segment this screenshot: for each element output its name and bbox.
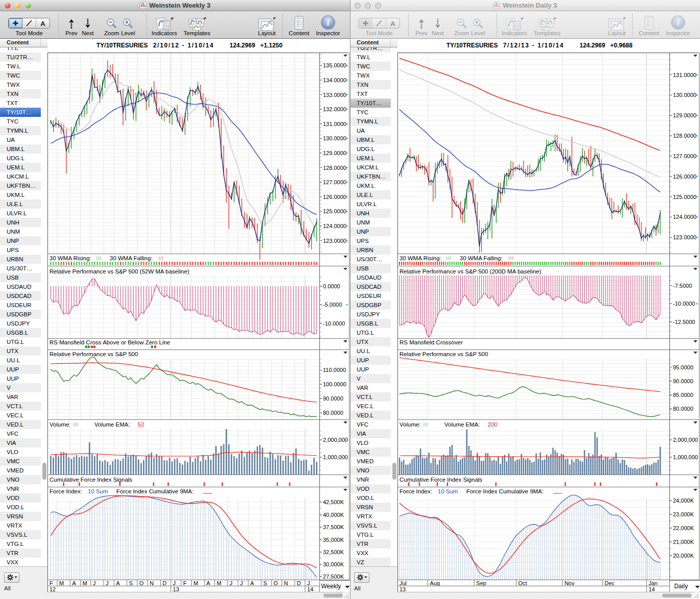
svg-text:F: F [49, 580, 53, 586]
svg-text:21,000K: 21,000K [673, 539, 694, 545]
svg-text:133.0000: 133.0000 [323, 92, 346, 98]
svg-text:RS Mansfield Cross Above or Be: RS Mansfield Cross Above or Below Zero L… [49, 339, 170, 345]
svg-text:128.0000: 128.0000 [673, 133, 696, 139]
svg-text:2,000,000: 2,000,000 [323, 437, 348, 443]
svg-text:N: N [284, 580, 288, 586]
svg-text:Relative Performance vs S&P 50: Relative Performance vs S&P 500 [399, 351, 488, 357]
svg-text:Relative Performance vs S&P 50: Relative Performance vs S&P 500 (200D MA… [399, 268, 541, 274]
svg-text:S: S [263, 580, 267, 586]
svg-text:134.0000: 134.0000 [323, 77, 346, 83]
svg-text:Volume:: Volume: [399, 421, 421, 428]
svg-text:14: 14 [648, 586, 655, 592]
svg-text:37,500K: 37,500K [323, 524, 344, 530]
svg-text:-10.0000: -10.0000 [673, 301, 695, 307]
svg-text:27,500K: 27,500K [323, 573, 344, 580]
svg-text:10 Sum: 10 Sum [438, 488, 458, 494]
svg-text:22,000K: 22,000K [673, 525, 694, 531]
svg-text:-5.0000: -5.0000 [323, 302, 342, 308]
svg-text:125.0000: 125.0000 [323, 208, 346, 214]
svg-text:M: M [217, 580, 221, 586]
svg-text:128.0000: 128.0000 [323, 165, 346, 171]
svg-text:20,000K: 20,000K [673, 553, 694, 559]
svg-text:130.0000: 130.0000 [323, 135, 346, 141]
svg-text:125.0000: 125.0000 [673, 194, 696, 200]
svg-text:130.0000: 130.0000 [673, 92, 696, 98]
svg-text:A: A [72, 580, 76, 586]
svg-text:Relative Performance vs S&P 50: Relative Performance vs S&P 500 [49, 351, 138, 357]
svg-text:D: D [297, 580, 301, 586]
svg-text:80.0000: 80.0000 [673, 406, 693, 412]
svg-text:30 WMA Falling:: 30 WMA Falling: [460, 255, 503, 261]
svg-text:200: 200 [488, 421, 497, 428]
svg-text:100.0000: 100.0000 [323, 381, 346, 387]
svg-text:32,500K: 32,500K [323, 549, 344, 555]
svg-text:Force Index Cumulative 9MA:: Force Index Cumulative 9MA: [116, 488, 193, 494]
svg-text:J: J [173, 580, 176, 586]
svg-text:Jul: Jul [399, 580, 407, 586]
svg-text:Weekly: Weekly [321, 583, 341, 590]
svg-text:A: A [390, 20, 395, 28]
svg-text:J: J [307, 580, 310, 586]
svg-text:10 Sum: 10 Sum [88, 488, 108, 494]
svg-text:A: A [116, 580, 120, 586]
svg-text:D: D [163, 580, 167, 586]
svg-text:M: M [59, 580, 64, 586]
svg-text:Sep: Sep [476, 580, 486, 586]
svg-text:J: J [230, 580, 233, 586]
svg-text:N: N [149, 580, 154, 586]
svg-text:12: 12 [49, 586, 56, 592]
svg-text:M: M [83, 580, 87, 586]
svg-text:23,000K: 23,000K [673, 511, 694, 517]
svg-text:Dec: Dec [605, 580, 615, 586]
svg-text:132.0000: 132.0000 [323, 106, 346, 112]
svg-text:123.0000: 123.0000 [673, 234, 696, 240]
svg-text:-12.5000: -12.5000 [673, 319, 695, 325]
svg-text:2,000,000: 2,000,000 [673, 437, 698, 443]
svg-text:131.0000: 131.0000 [673, 72, 696, 78]
svg-text:131.0000: 131.0000 [323, 121, 346, 127]
svg-text:80.0000: 80.0000 [323, 410, 343, 416]
svg-text:RS Mansfield Crossover: RS Mansfield Crossover [399, 339, 463, 345]
svg-text:13: 13 [399, 586, 406, 592]
svg-text:1,000,000: 1,000,000 [323, 454, 348, 460]
svg-text:i: i [677, 18, 680, 28]
svg-text:30,000K: 30,000K [323, 561, 344, 567]
svg-text:124.0000: 124.0000 [673, 214, 696, 220]
svg-text:Cumulative Force Index Signals: Cumulative Force Index Signals [49, 477, 133, 483]
svg-text:123.0000: 123.0000 [323, 238, 346, 244]
svg-text:52: 52 [138, 421, 144, 428]
svg-text:Nov: Nov [564, 580, 574, 586]
svg-text:Volume:: Volume: [49, 421, 71, 428]
svg-text:A: A [207, 580, 211, 586]
svg-text:110.0000: 110.0000 [323, 367, 346, 373]
svg-text:S: S [129, 580, 133, 586]
svg-text:i: i [327, 18, 330, 28]
svg-text:1,000,000: 1,000,000 [673, 454, 698, 460]
svg-text:-10.0000: -10.0000 [323, 320, 345, 327]
svg-text:-7.5000: -7.5000 [673, 283, 692, 289]
svg-text:F: F [183, 580, 187, 586]
svg-text:14: 14 [307, 586, 313, 592]
svg-text:95.0000: 95.0000 [673, 364, 693, 370]
svg-text:0.0000: 0.0000 [323, 283, 340, 289]
svg-text:O: O [273, 580, 278, 586]
svg-text:Aug: Aug [430, 580, 440, 586]
svg-text:J: J [240, 580, 243, 586]
svg-text:M: M [193, 580, 198, 586]
svg-text:90.0000: 90.0000 [673, 378, 693, 384]
svg-text:129.0000: 129.0000 [323, 150, 346, 156]
svg-text:Volume EMA:: Volume EMA: [94, 421, 130, 428]
svg-text:O: O [139, 580, 144, 586]
svg-text:A: A [251, 580, 255, 586]
svg-text:Force Index:: Force Index: [399, 488, 432, 494]
svg-text:Cumulative Force Index Signals: Cumulative Force Index Signals [399, 477, 483, 483]
svg-text:24,000K: 24,000K [673, 497, 694, 504]
svg-text:Force Index Cumulative 9MA:: Force Index Cumulative 9MA: [466, 488, 543, 494]
svg-text:85.0000: 85.0000 [673, 392, 693, 398]
svg-text:42,500K: 42,500K [323, 499, 344, 505]
svg-text:90.0000: 90.0000 [323, 395, 343, 402]
svg-text:Volume EMA:: Volume EMA: [444, 421, 480, 428]
svg-text:Force Index:: Force Index: [49, 488, 82, 494]
svg-text:40,000K: 40,000K [323, 512, 344, 518]
svg-text:35,000K: 35,000K [323, 537, 344, 543]
